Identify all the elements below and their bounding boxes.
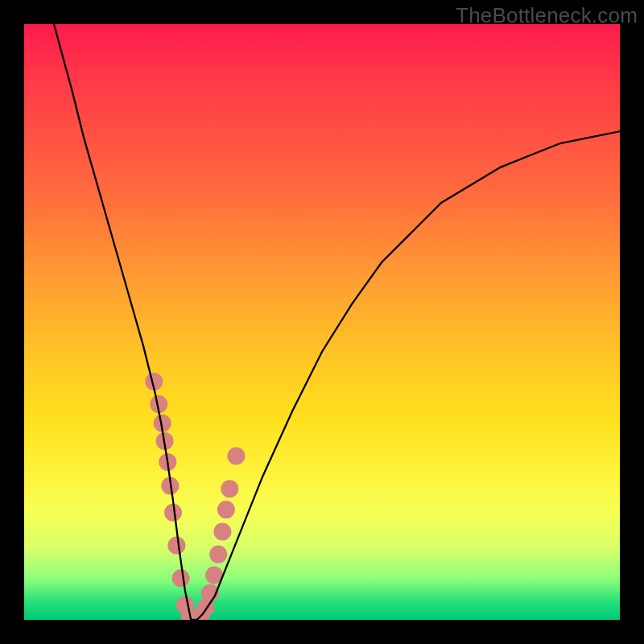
marker-dot <box>172 569 190 587</box>
plot-area <box>24 24 620 620</box>
marker-dot <box>227 448 245 465</box>
chart-frame: TheBottleneck.com <box>0 0 644 644</box>
marker-dot <box>167 537 185 555</box>
marker-dot <box>217 501 235 518</box>
marker-dot <box>221 480 238 497</box>
marker-dot <box>213 523 231 541</box>
highlight-markers <box>145 373 245 620</box>
bottleneck-curve <box>54 24 620 620</box>
watermark-label: TheBottleneck.com <box>456 3 638 28</box>
marker-dot <box>209 546 227 564</box>
curve-layer <box>24 24 620 620</box>
